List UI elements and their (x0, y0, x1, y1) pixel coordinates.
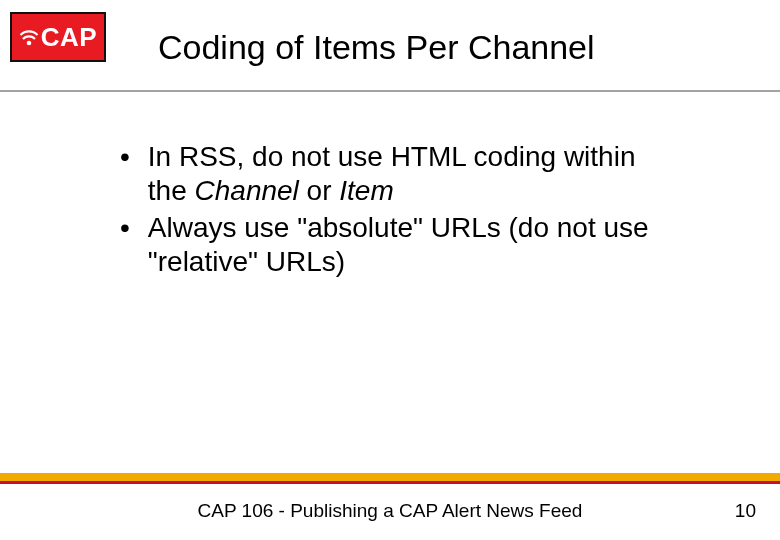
bullet-text-italic: Channel (195, 175, 299, 206)
header: CAP Coding of Items Per Channel (0, 0, 780, 92)
logo-text: CAP (41, 22, 97, 53)
slide-title: Coding of Items Per Channel (158, 28, 595, 67)
svg-point-0 (26, 41, 31, 46)
bullet-text-segment: Always use "absolute" URLs (do not use "… (148, 212, 649, 277)
bullet-marker: • (120, 211, 130, 245)
bullet-text: Always use "absolute" URLs (do not use "… (148, 211, 660, 278)
bullet-text: In RSS, do not use HTML coding within th… (148, 140, 660, 207)
content-area: • In RSS, do not use HTML coding within … (0, 92, 780, 278)
page-number: 10 (735, 500, 756, 522)
broadcast-icon (19, 27, 39, 47)
footer-text: CAP 106 - Publishing a CAP Alert News Fe… (0, 500, 780, 522)
bullet-text-segment: or (299, 175, 339, 206)
bullet-item: • Always use "absolute" URLs (do not use… (120, 211, 660, 278)
footer-divider (0, 473, 780, 485)
bullet-item: • In RSS, do not use HTML coding within … (120, 140, 660, 207)
bullet-text-italic: Item (339, 175, 393, 206)
cap-logo: CAP (10, 12, 106, 62)
bullet-marker: • (120, 140, 130, 174)
